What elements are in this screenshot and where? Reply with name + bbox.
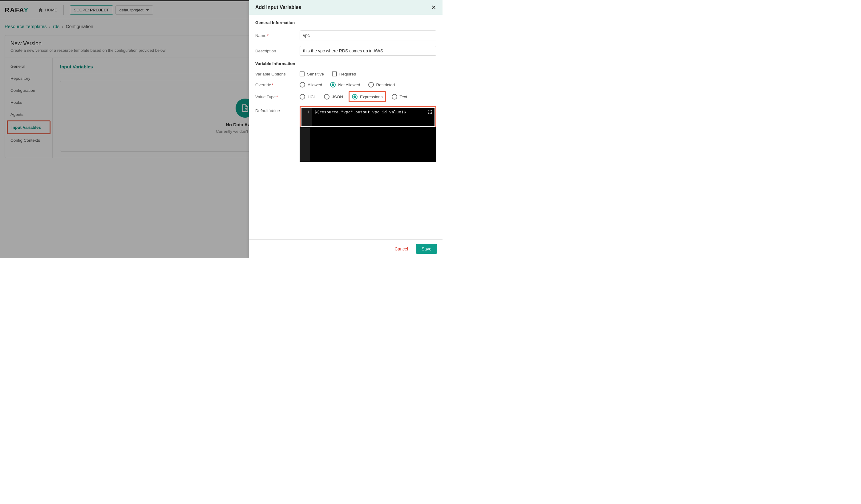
cancel-button[interactable]: Cancel xyxy=(391,244,412,254)
drawer-title: Add Input Variables xyxy=(255,5,301,10)
default-value-label: Default Value xyxy=(255,106,300,113)
radio-label: Restricted xyxy=(376,83,395,87)
radio-icon xyxy=(324,94,329,99)
expand-icon[interactable] xyxy=(428,110,432,115)
radio-label: HCL xyxy=(308,95,316,99)
radio-icon xyxy=(330,82,336,87)
save-button[interactable]: Save xyxy=(416,244,437,254)
section-variable-info: Variable Information xyxy=(255,61,436,66)
radio-vtype-hcl[interactable]: HCL xyxy=(300,94,316,99)
radio-label: Not Allowed xyxy=(338,83,360,87)
radio-vtype-expressions[interactable]: Expressions xyxy=(352,94,383,99)
code-editor-rest[interactable] xyxy=(300,127,436,162)
drawer-footer: Cancel Save xyxy=(249,240,442,258)
checkbox-sensitive[interactable]: Sensitive xyxy=(300,71,324,77)
drawer-add-input-variables: Add Input Variables ✕ General Informatio… xyxy=(249,0,442,258)
checkbox-icon xyxy=(300,71,304,77)
radio-icon xyxy=(392,94,397,99)
code-line-number: 1 xyxy=(301,108,312,126)
value-type-label: Value Type* xyxy=(255,95,300,99)
radio-override-not-allowed[interactable]: Not Allowed xyxy=(330,82,360,87)
section-general-info: General Information xyxy=(255,21,436,25)
radio-override-restricted[interactable]: Restricted xyxy=(368,82,395,87)
checkbox-required[interactable]: Required xyxy=(332,71,356,77)
checkbox-sensitive-label: Sensitive xyxy=(307,72,324,77)
drawer-body: General Information Name* Description Va… xyxy=(249,15,442,240)
radio-icon xyxy=(300,94,305,99)
checkbox-required-label: Required xyxy=(339,72,356,77)
radio-icon xyxy=(368,82,374,87)
radio-label: JSON xyxy=(332,95,343,99)
name-input[interactable] xyxy=(300,30,436,40)
highlight-annotation: 1 $(resource."vpc".output.vpc_id.value)$ xyxy=(300,106,436,128)
code-content[interactable]: $(resource."vpc".output.vpc_id.value)$ xyxy=(312,108,435,126)
drawer-header: Add Input Variables ✕ xyxy=(249,0,442,15)
radio-vtype-json[interactable]: JSON xyxy=(324,94,343,99)
name-label: Name* xyxy=(255,33,300,38)
radio-label: Allowed xyxy=(308,83,322,87)
description-input[interactable] xyxy=(300,46,436,56)
radio-vtype-text[interactable]: Text xyxy=(392,94,407,99)
variable-options-label: Variable Options xyxy=(255,72,300,77)
radio-icon xyxy=(352,94,357,99)
radio-icon xyxy=(300,82,305,87)
close-icon[interactable]: ✕ xyxy=(431,4,436,11)
checkbox-icon xyxy=(332,71,337,77)
description-label: Description xyxy=(255,49,300,53)
override-label: Override* xyxy=(255,83,300,87)
radio-label: Text xyxy=(400,95,407,99)
radio-label: Expressions xyxy=(360,95,383,99)
code-editor[interactable]: 1 $(resource."vpc".output.vpc_id.value)$ xyxy=(301,108,435,126)
radio-override-allowed[interactable]: Allowed xyxy=(300,82,322,87)
highlight-annotation: Expressions xyxy=(348,91,386,102)
